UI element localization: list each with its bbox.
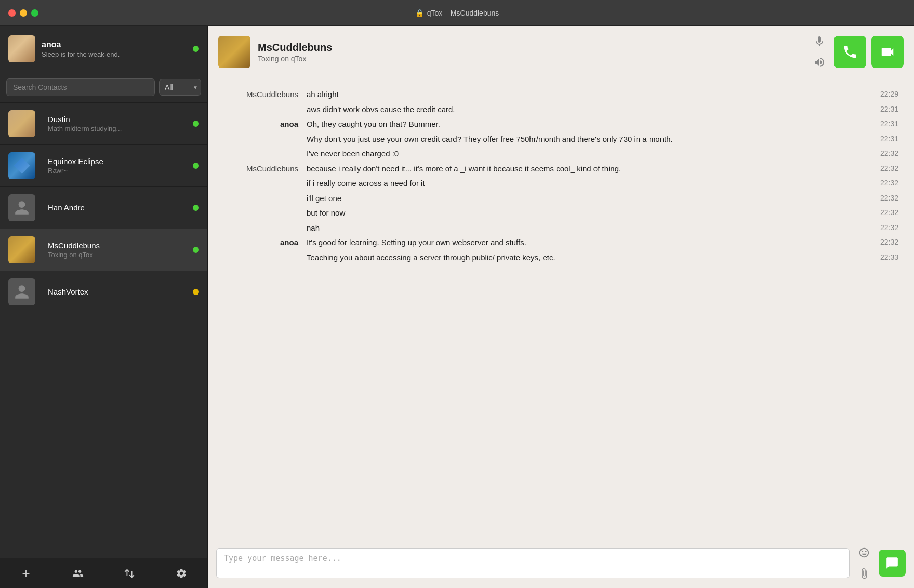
message-time: 22:32 xyxy=(857,148,898,157)
call-button[interactable] xyxy=(834,36,866,68)
message-row: i'll get one 22:32 xyxy=(223,193,898,205)
message-row: but for now 22:32 xyxy=(223,207,898,219)
message-sender xyxy=(223,148,307,149)
status-indicator xyxy=(193,163,199,169)
avatar xyxy=(8,236,35,263)
maximize-button[interactable] xyxy=(31,9,38,17)
messages-area: MsCuddlebuns ah alright 22:29 aws didn't… xyxy=(208,78,914,538)
message-row: anoa It's good for learning. Setting up … xyxy=(223,237,898,249)
avatar xyxy=(8,35,35,62)
message-text: but for now xyxy=(307,207,857,219)
input-buttons xyxy=(855,543,873,583)
title-bar: 🔒 qTox – MsCuddlebuns xyxy=(0,0,914,26)
avatar-image xyxy=(8,278,35,305)
volume-icon[interactable] xyxy=(810,53,829,72)
message-sender xyxy=(223,133,307,135)
list-item[interactable]: Han Andre xyxy=(0,187,207,229)
search-area: All Online Offline xyxy=(0,72,207,103)
filter-wrapper: All Online Offline xyxy=(159,79,201,96)
message-time: 22:33 xyxy=(857,252,898,261)
microphone-icon[interactable] xyxy=(810,32,829,51)
close-button[interactable] xyxy=(8,9,16,17)
message-text: because i really don't need it... it's m… xyxy=(307,163,857,175)
mute-icons xyxy=(810,32,829,72)
message-time: 22:31 xyxy=(857,118,898,128)
user-name: anoa xyxy=(42,40,193,49)
window-controls[interactable] xyxy=(8,9,38,17)
contact-name: MsCuddlebuns xyxy=(48,241,193,250)
chat-header-info: MsCuddlebuns Toxing on qTox xyxy=(258,42,810,63)
current-user: anoa Sleep is for the weak-end. xyxy=(0,26,207,72)
message-text: Oh, they caught you on that? Bummer. xyxy=(307,118,857,130)
video-call-button[interactable] xyxy=(871,36,904,68)
user-info: anoa Sleep is for the weak-end. xyxy=(42,40,193,58)
message-input[interactable] xyxy=(216,548,850,578)
contact-name: Equinox Eclipse xyxy=(48,157,193,166)
message-sender xyxy=(223,207,307,208)
list-item[interactable]: Equinox Eclipse Rawr~ xyxy=(0,145,207,187)
chat-header: MsCuddlebuns Toxing on qTox xyxy=(208,26,914,78)
window-title: 🔒 qTox – MsCuddlebuns xyxy=(415,9,499,17)
message-text: Teaching you about accessing a server th… xyxy=(307,252,857,264)
avatar xyxy=(8,278,35,305)
user-status-text: Sleep is for the weak-end. xyxy=(42,50,193,58)
avatar-image xyxy=(8,236,35,263)
list-item[interactable]: Dustin Math midterm studying... xyxy=(0,103,207,145)
list-item[interactable]: NashVortex xyxy=(0,271,207,313)
avatar xyxy=(8,110,35,137)
list-item[interactable]: MsCuddlebuns Toxing on qTox xyxy=(0,229,207,271)
status-indicator xyxy=(193,46,199,52)
avatar xyxy=(8,194,35,221)
message-row: anoa Oh, they caught you on that? Bummer… xyxy=(223,118,898,130)
message-row: MsCuddlebuns because i really don't need… xyxy=(223,163,898,175)
message-time: 22:32 xyxy=(857,163,898,172)
message-time: 22:29 xyxy=(857,89,898,98)
sidebar: anoa Sleep is for the weak-end. All Onli… xyxy=(0,26,208,588)
filter-select[interactable]: All Online Offline xyxy=(159,79,201,96)
message-sender: MsCuddlebuns xyxy=(223,163,307,173)
message-row: if i really come across a need for it 22… xyxy=(223,178,898,190)
transfer-button[interactable] xyxy=(120,564,139,583)
message-text: It's good for learning. Setting up your … xyxy=(307,237,857,249)
attachment-button[interactable] xyxy=(855,564,873,583)
contact-list: Dustin Math midterm studying... Equinox … xyxy=(0,103,207,558)
status-indicator xyxy=(193,121,199,127)
chat-contact-name: MsCuddlebuns xyxy=(258,42,810,54)
send-button[interactable] xyxy=(879,550,906,577)
contact-info: Han Andre xyxy=(48,203,193,213)
status-indicator xyxy=(193,247,199,253)
input-area xyxy=(208,538,914,588)
message-text: i'll get one xyxy=(307,193,857,205)
message-sender xyxy=(223,222,307,223)
message-sender xyxy=(223,193,307,194)
message-sender xyxy=(223,104,307,105)
add-contact-button[interactable] xyxy=(17,564,35,583)
contact-status: Math midterm studying... xyxy=(48,125,193,132)
minimize-button[interactable] xyxy=(20,9,27,17)
main-container: anoa Sleep is for the weak-end. All Onli… xyxy=(0,26,914,588)
message-text: if i really come across a need for it xyxy=(307,178,857,190)
status-indicator xyxy=(193,205,199,211)
message-row: aws didn't work obvs cause the credit ca… xyxy=(223,104,898,116)
chat-contact-status: Toxing on qTox xyxy=(258,55,810,63)
contact-name: Dustin xyxy=(48,115,193,124)
message-sender: anoa xyxy=(223,118,307,128)
sidebar-toolbar xyxy=(0,558,207,588)
avatar-image xyxy=(8,152,35,179)
add-group-button[interactable] xyxy=(69,564,87,583)
chat-area: MsCuddlebuns Toxing on qTox xyxy=(208,26,914,588)
contact-status: Toxing on qTox xyxy=(48,251,193,259)
emoji-button[interactable] xyxy=(855,543,873,562)
message-time: 22:32 xyxy=(857,237,898,246)
message-text: nah xyxy=(307,222,857,234)
message-row: Why don't you just use your own credit c… xyxy=(223,133,898,145)
message-row: Teaching you about accessing a server th… xyxy=(223,252,898,264)
settings-button[interactable] xyxy=(172,564,191,583)
search-input[interactable] xyxy=(6,78,155,96)
status-indicator xyxy=(193,289,199,295)
avatar-image xyxy=(8,110,35,137)
message-row: I've never been charged :0 22:32 xyxy=(223,148,898,160)
lock-icon: 🔒 xyxy=(415,9,424,17)
contact-info: MsCuddlebuns Toxing on qTox xyxy=(48,241,193,259)
contact-info: Equinox Eclipse Rawr~ xyxy=(48,157,193,175)
